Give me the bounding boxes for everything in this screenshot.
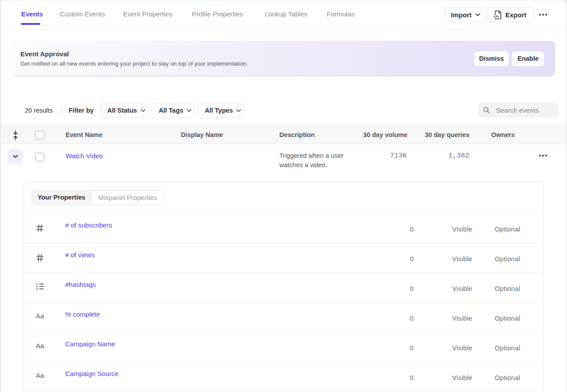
svg-text:csv: csv — [494, 15, 499, 18]
